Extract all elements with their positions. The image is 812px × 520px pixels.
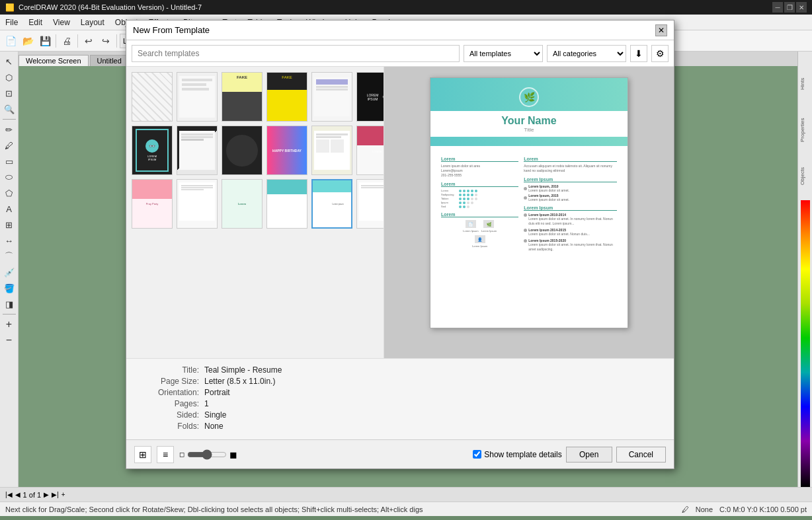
info-label-title: Title: [140, 365, 199, 375]
skill-dot [463, 202, 466, 204]
thumb-view-btn[interactable]: ⊞ [134, 446, 151, 463]
resume-section-lorem1: Lorem [441, 157, 518, 162]
template-thumb-6[interactable]: LOREMIPSUM $100 [356, 72, 384, 122]
info-label-folds: Folds: [140, 422, 199, 431]
show-details-checkbox[interactable] [473, 450, 481, 459]
skill-dot [459, 198, 462, 200]
resume-name: Your Name [437, 115, 621, 127]
skill-row-2: Sadipscing [441, 193, 518, 196]
cancel-btn[interactable]: Cancel [616, 447, 666, 463]
info-label-orientation: Orientation: [140, 388, 199, 397]
resume-skills: Lorem Sadipscing [441, 189, 518, 208]
zoom-max-icon: ◼ [229, 449, 237, 460]
resume-section-lorem5: Lorem [441, 212, 518, 217]
template-row-3: Pray Party Lorem Lorem [132, 179, 378, 229]
dialog-titlebar: New From Template ✕ [126, 20, 674, 40]
import-btn[interactable]: ⬇ [630, 45, 647, 62]
template-thumb-15[interactable]: Lorem [222, 179, 263, 229]
resume-section-lorem5: Lorem Ipsum [524, 205, 617, 211]
info-row-title: Title: Teal Simple - Resume [140, 365, 661, 375]
skill-dot-empty [471, 202, 473, 204]
info-row-orientation: Orientation: Portrait [140, 388, 661, 397]
info-row-sided: Sided: Single [140, 410, 661, 420]
template-row-2: 👓 LOREMIPSUM [132, 126, 378, 175]
skill-dot-empty [467, 202, 469, 204]
zoom-bar: ◻ ◼ [179, 449, 237, 460]
template-thumb-10[interactable]: HAPPY BIRTHDAY [266, 126, 307, 175]
info-label-pages: Pages: [140, 399, 199, 408]
settings-btn[interactable]: ⚙ [651, 45, 669, 62]
template-thumb-17[interactable]: Lorem Lorem ipsum [311, 179, 352, 229]
skill-dot [463, 205, 466, 208]
template-thumb-12[interactable]: LOREM [356, 126, 384, 175]
list-view-btn[interactable]: ≡ [157, 446, 174, 463]
skill-dot [459, 205, 462, 208]
zoom-min-icon: ◻ [179, 451, 184, 458]
resume-contact-text: Lorem ipsum dolor sit ares Lorem@ipsum 2… [441, 164, 518, 178]
template-thumb-3[interactable]: FAKE [222, 72, 263, 122]
template-thumb-2[interactable] [177, 72, 218, 122]
zoom-slider[interactable] [187, 449, 227, 460]
job-2-text: Lorem ipsum dolor sit amet. Nonun duis..… [528, 232, 590, 237]
skill-dot [471, 190, 473, 192]
preview-panel: 🌿 Your Name Title Lorem Lorem ipsum dolo [384, 67, 674, 358]
resume-logo-icon: 🌿 [519, 87, 539, 107]
skill-dot [459, 190, 462, 192]
resume-name-block: Your Name Title [430, 111, 628, 137]
info-value-title: Teal Simple - Resume [204, 365, 282, 375]
info-value-pagesize: Letter (8.5 x 11.0in.) [204, 377, 275, 386]
resume-icon-3: 👤 Lorem Ipsum [472, 235, 487, 248]
info-row-pages: Pages: 1 [140, 399, 661, 408]
search-input[interactable] [132, 45, 460, 62]
show-details-label: Show template details [484, 450, 561, 459]
skill-dot-empty [467, 205, 469, 208]
template-thumb-1[interactable] [132, 72, 173, 122]
resume-icon-1: 📄 Lorem Ipsum [463, 220, 478, 233]
new-from-template-dialog: New From Template ✕ All templates All ca… [126, 20, 674, 469]
skill-dot [471, 194, 473, 196]
skill-dot-empty [471, 198, 473, 200]
dialog-close-btn[interactable]: ✕ [655, 24, 667, 36]
job-3-text: Lorem ipsum dolor sit amet. In nonumy lo… [528, 242, 617, 252]
resume-left-col: Lorem Lorem ipsum dolor sit ares Lorem@i… [441, 153, 518, 252]
edu-2-text: Lorem ipsum dolor sit amet. [528, 198, 569, 202]
template-preview: 🌿 Your Name Title Lorem Lorem ipsum dolo [430, 77, 628, 328]
dialog-footer: ⊞ ≡ ◻ ◼ Show template details Open Cance… [126, 439, 674, 468]
resume-experience: Lorem Ipsum 2010-2014 Lorem ipsum dolor … [524, 213, 617, 252]
info-value-orientation: Portrait [204, 388, 230, 397]
job-1-text: Lorem ipsum dolor sit amet. In nonumy lo… [528, 217, 617, 226]
resume-section-lorem4: Lorem Ipsum [524, 177, 617, 182]
template-thumb-7[interactable]: 👓 LOREMIPSUM [132, 126, 173, 175]
template-thumb-14[interactable] [177, 179, 218, 229]
skill-dot [463, 190, 466, 192]
resume-icon-2: 🌿 Lorem Ipsum [481, 220, 497, 233]
info-row-folds: Folds: None [140, 422, 661, 431]
template-thumb-11[interactable] [311, 126, 352, 175]
skill-dot [459, 194, 462, 196]
show-details-row: Show template details [473, 450, 561, 459]
template-thumb-5[interactable] [311, 72, 352, 122]
skill-dot [467, 190, 469, 192]
skill-dot [467, 198, 469, 200]
template-thumb-13[interactable]: Pray Party [132, 179, 173, 229]
skill-row-3: Takion [441, 197, 518, 200]
info-value-sided: Single [204, 410, 226, 420]
template-thumb-9[interactable] [222, 126, 263, 175]
template-grid: FAKE FAKE [126, 67, 384, 358]
skill-dot-empty [475, 198, 477, 200]
category-filter-select[interactable]: All categories [547, 45, 626, 62]
skill-row-1: Lorem [441, 189, 518, 192]
resume-section-lorem2: Lorem [524, 157, 617, 162]
template-thumb-8[interactable] [177, 126, 218, 175]
info-row-pagesize: Page Size: Letter (8.5 x 11.0in.) [140, 377, 661, 386]
template-thumb-16[interactable]: Lorem [266, 179, 307, 229]
template-thumb-4[interactable]: FAKE [266, 72, 307, 122]
dialog-body: FAKE FAKE [126, 67, 674, 358]
template-thumb-18[interactable] [356, 179, 384, 229]
open-btn[interactable]: Open [566, 447, 612, 463]
dialog-title: New From Template [133, 25, 210, 35]
resume-body: Lorem Lorem ipsum dolor sit ares Lorem@i… [441, 153, 617, 252]
resume-right-col: Lorem Accusam aliquyam et nobis takimoto… [524, 153, 617, 252]
template-filter-select[interactable]: All templates [464, 45, 543, 62]
skill-dot [463, 198, 466, 200]
